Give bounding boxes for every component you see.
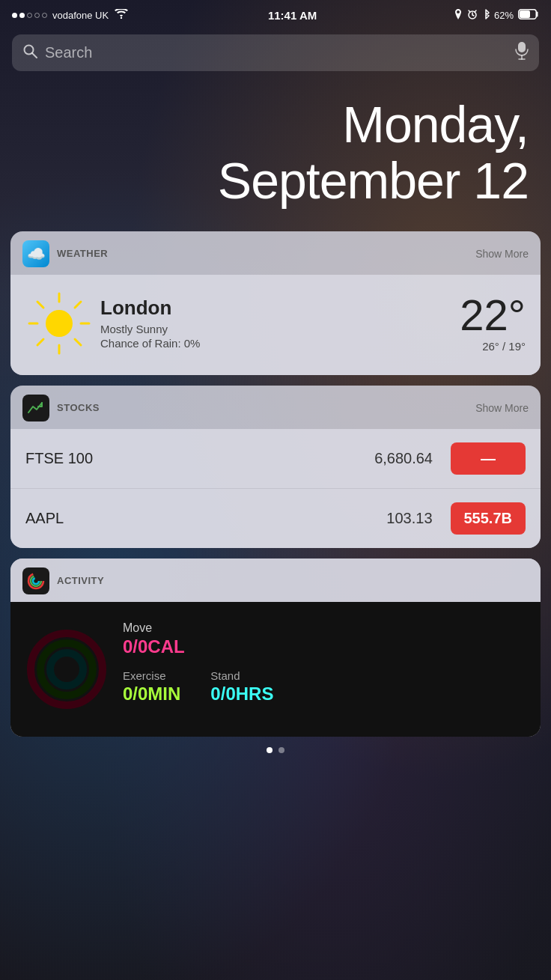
exercise-value: 0/0MIN	[123, 684, 180, 704]
stock-name-ftse: FTSE 100	[25, 450, 365, 467]
alarm-icon	[467, 9, 478, 22]
microphone-icon[interactable]	[515, 42, 529, 64]
stocks-title: STOCKS	[57, 402, 468, 413]
weather-title: WEATHER	[57, 248, 468, 259]
stock-row-ftse[interactable]: FTSE 100 6,680.64 —	[10, 429, 541, 488]
activity-content: Move 0/0CAL Exercise 0/0MIN Stand 0/0HRS	[10, 602, 541, 737]
battery-percent: 62%	[494, 10, 514, 21]
signal-dot-1	[12, 13, 17, 18]
stock-price-aapl: 103.13	[386, 510, 432, 527]
weather-app-icon: ☁️	[22, 240, 49, 267]
svg-point-0	[121, 17, 122, 19]
stock-badge-ftse: —	[451, 442, 526, 475]
move-value: 0/0CAL	[123, 636, 526, 657]
signal-dot-2	[19, 13, 25, 18]
weather-show-more[interactable]: Show More	[475, 248, 529, 260]
month-day-label: September 12	[22, 153, 529, 209]
weather-condition: Mostly Sunny	[100, 323, 460, 335]
sun-weather-icon	[25, 290, 93, 357]
signal-dot-5	[42, 13, 47, 18]
current-temperature: 22°	[460, 293, 526, 337]
city-name: London	[100, 296, 460, 320]
svg-point-20	[33, 578, 39, 584]
signal-dot-3	[27, 13, 32, 18]
exercise-section: Exercise 0/0MIN	[123, 669, 180, 716]
search-icon	[22, 43, 37, 62]
page-dot-1[interactable]	[267, 747, 273, 753]
stock-badge-aapl: 555.7B	[451, 502, 526, 535]
temperature-section: 22° 26° / 19°	[460, 293, 526, 353]
signal-dot-4	[34, 13, 40, 18]
status-bar: vodafone UK 11:41 AM 62%	[0, 0, 551, 28]
signal-strength	[12, 13, 47, 18]
move-label: Move	[123, 621, 526, 635]
stand-value: 0/0HRS	[210, 684, 273, 704]
temp-range: 26° / 19°	[460, 340, 526, 353]
stock-price-ftse: 6,680.64	[374, 450, 433, 467]
svg-line-16	[37, 339, 43, 345]
activity-rings	[25, 628, 108, 710]
svg-rect-3	[520, 10, 530, 18]
page-dot-2[interactable]	[278, 747, 284, 753]
stock-row-aapl[interactable]: AAPL 103.13 555.7B	[10, 488, 541, 548]
weather-widget: ☁️ WEATHER Show More	[10, 231, 541, 375]
page-dots	[0, 737, 551, 761]
svg-point-17	[46, 310, 73, 337]
activity-info: Move 0/0CAL Exercise 0/0MIN Stand 0/0HRS	[123, 621, 526, 716]
activity-title: ACTIVITY	[57, 575, 529, 586]
search-input[interactable]	[45, 44, 508, 61]
status-right: 62%	[454, 9, 539, 22]
weather-content: London Mostly Sunny Chance of Rain: 0% 2…	[10, 275, 541, 375]
svg-line-15	[75, 302, 81, 308]
bluetooth-icon	[482, 9, 490, 22]
stocks-show-more[interactable]: Show More	[475, 402, 529, 414]
exercise-label: Exercise	[123, 669, 180, 682]
activity-app-icon	[22, 567, 49, 594]
location-icon	[454, 9, 463, 22]
svg-line-14	[75, 339, 81, 345]
stocks-widget-header: STOCKS Show More	[10, 386, 541, 429]
activity-sub-row: Exercise 0/0MIN Stand 0/0HRS	[123, 669, 526, 716]
status-left: vodafone UK	[12, 9, 131, 21]
stock-name-aapl: AAPL	[25, 510, 377, 527]
search-bar[interactable]	[12, 34, 539, 71]
carrier-label: vodafone UK	[52, 10, 109, 21]
stocks-app-icon	[22, 395, 49, 421]
battery-icon	[518, 9, 539, 22]
wifi-icon	[115, 9, 128, 21]
stocks-content: FTSE 100 6,680.64 — AAPL 103.13 555.7B	[10, 429, 541, 548]
activity-widget: ACTIVITY Move	[10, 559, 541, 737]
stand-section: Stand 0/0HRS	[210, 669, 273, 716]
day-label: Monday,	[22, 97, 529, 153]
rain-chance: Chance of Rain: 0%	[100, 337, 460, 350]
date-display: Monday, September 12	[0, 82, 551, 231]
svg-point-23	[50, 653, 83, 686]
stand-label: Stand	[210, 669, 273, 682]
status-time: 11:41 AM	[268, 9, 317, 22]
search-bar-container	[0, 28, 551, 82]
svg-line-5	[32, 53, 37, 58]
svg-rect-6	[518, 42, 526, 52]
svg-line-13	[37, 302, 43, 308]
stocks-widget: STOCKS Show More FTSE 100 6,680.64 — AAP…	[10, 386, 541, 548]
weather-info: London Mostly Sunny Chance of Rain: 0%	[93, 296, 460, 350]
weather-widget-header: ☁️ WEATHER Show More	[10, 231, 541, 275]
activity-widget-header: ACTIVITY	[10, 559, 541, 602]
widgets-container: ☁️ WEATHER Show More	[0, 231, 551, 737]
